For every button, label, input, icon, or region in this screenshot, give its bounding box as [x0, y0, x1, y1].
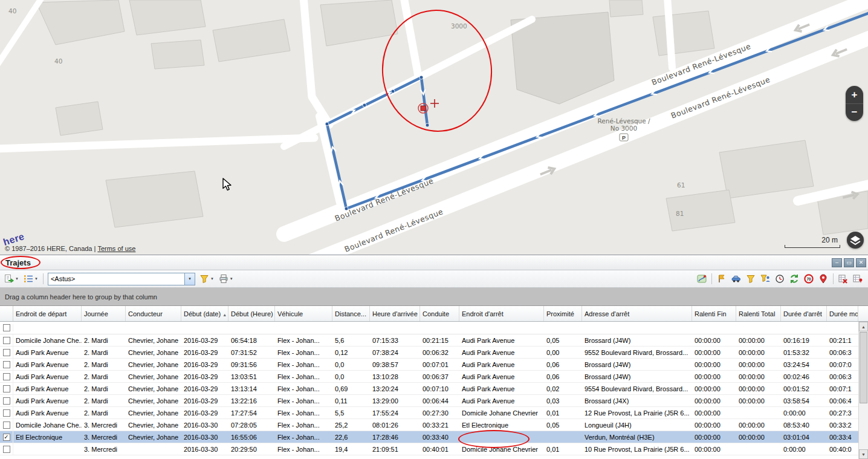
clock-history-button[interactable]: [772, 272, 787, 285]
cell[interactable]: [736, 443, 781, 455]
cell[interactable]: 2016-03-30: [181, 419, 228, 431]
cell[interactable]: Chevrier, Johane: [126, 419, 181, 431]
cell[interactable]: Flex - Johan...: [275, 371, 332, 382]
cell[interactable]: 13:10:28: [370, 371, 420, 382]
refresh-button[interactable]: [787, 272, 802, 285]
column-header-journ-e[interactable]: Journée: [82, 306, 126, 321]
cell[interactable]: 0,12: [332, 347, 370, 358]
cell[interactable]: 07:38:24: [370, 347, 420, 358]
column-header-conduite[interactable]: Conduite: [420, 306, 459, 321]
cell[interactable]: Chevrier, Johane: [126, 359, 181, 370]
column-header-endroit-d-arr-t[interactable]: Endroit d'arrêt: [459, 306, 544, 321]
cell[interactable]: 5,6: [332, 334, 370, 346]
cell[interactable]: 00:07:10: [420, 383, 459, 394]
maximize-button[interactable]: ▭: [844, 258, 854, 267]
cell[interactable]: 0,01: [544, 407, 582, 418]
cell[interactable]: 2016-03-29: [181, 395, 228, 406]
list-view-button[interactable]: ▼: [21, 272, 40, 285]
vehicle-button[interactable]: [729, 272, 743, 285]
cell[interactable]: 17:27:54: [228, 407, 275, 418]
route-button[interactable]: [695, 272, 709, 285]
filter-combo[interactable]: <Astus> ▼: [48, 273, 195, 285]
cell[interactable]: Domicile Johane Che...: [13, 334, 82, 346]
cell[interactable]: 0,06: [544, 371, 582, 382]
cell[interactable]: 00:21:1: [827, 334, 858, 346]
cell[interactable]: Domicile Johane Che...: [13, 419, 82, 431]
cell[interactable]: 20:29:50: [228, 443, 275, 455]
stop-marker[interactable]: [421, 106, 426, 111]
column-header-dur-e-mote[interactable]: Durée mote...: [827, 306, 858, 321]
cell[interactable]: 00:00:00: [692, 443, 736, 455]
cell[interactable]: 03:24:54: [781, 359, 827, 370]
cell[interactable]: 00:00:00: [736, 347, 781, 358]
remove-grid-button[interactable]: [850, 272, 865, 285]
cell[interactable]: Flex - Johan...: [275, 383, 332, 394]
cell[interactable]: 00:00:00: [736, 371, 781, 382]
scroll-thumb[interactable]: [860, 332, 867, 403]
filter-button[interactable]: ▼: [197, 272, 216, 285]
cell[interactable]: 00:06:44: [420, 395, 459, 406]
cell[interactable]: 00:33:2: [827, 419, 858, 431]
cell[interactable]: 01:53:32: [781, 347, 827, 358]
column-header-distance[interactable]: Distance...: [332, 306, 370, 321]
vertical-scrollbar[interactable]: ▲ ▼: [858, 322, 868, 459]
cell[interactable]: 17:28:46: [370, 431, 420, 443]
cell[interactable]: 2. Mardi: [82, 395, 126, 406]
cell[interactable]: 25,2: [332, 419, 370, 431]
table-row[interactable]: Domicile Johane Che...3. MercrediChevrie…: [0, 419, 868, 431]
column-header-proximit[interactable]: Proximité: [544, 306, 582, 321]
cell[interactable]: 2. Mardi: [82, 371, 126, 382]
cell[interactable]: Chevrier, Johane: [126, 371, 181, 382]
cell[interactable]: Audi Park Avenue: [459, 383, 544, 394]
cell[interactable]: Audi Park Avenue: [459, 334, 544, 346]
cell[interactable]: Audi Park Avenue: [13, 383, 82, 394]
scroll-track[interactable]: [859, 404, 868, 449]
cell[interactable]: 00:33:40: [420, 431, 459, 443]
cell[interactable]: 00:00:00: [736, 359, 781, 370]
location-pin-button[interactable]: [816, 272, 831, 285]
cell[interactable]: 0:00:00: [781, 407, 827, 418]
cell[interactable]: Chevrier, Johane: [126, 395, 181, 406]
cell[interactable]: [459, 431, 544, 443]
cell[interactable]: 2. Mardi: [82, 407, 126, 418]
cell[interactable]: 2. Mardi: [82, 347, 126, 358]
cell[interactable]: 2016-03-30: [181, 443, 228, 455]
cell[interactable]: Brossard (J4W): [582, 359, 692, 370]
column-header-d-but-date[interactable]: Début (date)▲: [181, 306, 228, 321]
cell[interactable]: 07:28:05: [228, 419, 275, 431]
cell[interactable]: Verdun, Montréal (H3E): [582, 431, 692, 443]
row-checkbox[interactable]: [3, 397, 10, 405]
cell[interactable]: 3. Mercredi: [82, 419, 126, 431]
select-all-checkbox[interactable]: [3, 324, 10, 331]
column-header-d-but-heure[interactable]: Début (Heure): [228, 306, 275, 321]
zoom-in-button[interactable]: +: [846, 86, 863, 103]
cell[interactable]: 0,02: [544, 383, 582, 394]
cell[interactable]: 13:20:24: [370, 383, 420, 394]
cell[interactable]: 0,05: [544, 419, 582, 431]
cell[interactable]: 00:07:1: [827, 383, 858, 394]
cell[interactable]: Audi Park Avenue: [13, 371, 82, 382]
cell[interactable]: 9554 Boulevard Rivard, Brossard...: [582, 383, 692, 394]
column-header-heure-d-arriv-e[interactable]: Heure d'arrivée: [370, 306, 420, 321]
cell[interactable]: 00:27:30: [420, 407, 459, 418]
filter-user-button[interactable]: [758, 272, 772, 285]
cell[interactable]: Brossard (J4W): [582, 371, 692, 382]
cell[interactable]: 00:16:19: [781, 334, 827, 346]
cell[interactable]: 00:00:00: [736, 395, 781, 406]
table-row[interactable]: Audi Park Avenue2. MardiChevrier, Johane…: [0, 395, 868, 407]
cell[interactable]: 00:00:00: [692, 419, 736, 431]
map-view[interactable]: Boulevard René-Lévesque Boulevard René-L…: [0, 0, 868, 255]
cell[interactable]: 2. Mardi: [82, 334, 126, 346]
chevron-down-icon[interactable]: ▼: [184, 273, 195, 285]
cell[interactable]: 13:29:00: [370, 395, 420, 406]
table-row[interactable]: Audi Park Avenue2. MardiChevrier, Johane…: [0, 407, 868, 419]
cell[interactable]: Etl Electronique: [13, 431, 82, 443]
cell[interactable]: Audi Park Avenue: [13, 347, 82, 358]
cell[interactable]: Chevrier, Johane: [126, 383, 181, 394]
cell[interactable]: 0:00:00: [781, 443, 827, 455]
cell[interactable]: 00:00:00: [736, 431, 781, 443]
cell[interactable]: 09:38:57: [370, 359, 420, 370]
cell[interactable]: 13:13:14: [228, 383, 275, 394]
cell[interactable]: Audi Park Avenue: [13, 407, 82, 418]
cell[interactable]: 00:06:32: [420, 347, 459, 358]
